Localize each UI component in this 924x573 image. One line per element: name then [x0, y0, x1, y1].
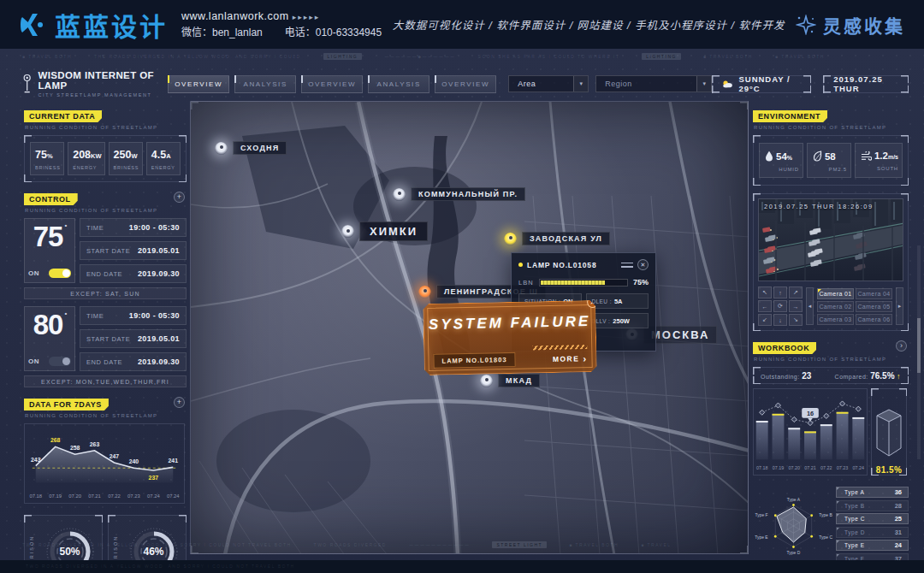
city-map[interactable]: СХОДНЯ КОММУНАЛЬНЫЙ ПР. ХИМКИ ЗАВОДСКАЯ … [190, 101, 749, 554]
lamp-pin-icon [393, 188, 406, 201]
map-pin-kommunalny[interactable]: КОММУНАЛЬНЫЙ ПР. [393, 187, 525, 201]
ptz-down-left-button[interactable]: ↙ [758, 314, 772, 326]
tab-overview-3[interactable]: OVERVIEW [435, 75, 496, 93]
camera-01-button[interactable]: Camera 01 [817, 288, 854, 299]
up-arrow-icon: ↑ [897, 372, 901, 381]
camera-video-feed[interactable]: 2019.07.25 THUR 18:26:09 [758, 198, 903, 281]
camera-controls: ↖ ↑ ↗ ← ⟳ → ↙ ↓ ↘ ◂ Camera 01 Camera 04 [758, 286, 903, 326]
tab-analysis-2[interactable]: ANALYSIS [368, 75, 429, 93]
footer-deco-text: TWO ROADS DIVERGED IN A YELLOW WOOD, AND… [26, 564, 295, 569]
type-row-b[interactable]: Type B28 [836, 500, 909, 511]
map-pin-skhodnya[interactable]: СХОДНЯ [215, 141, 287, 155]
workbook-more-button[interactable]: › [896, 340, 907, 351]
sparkle-star-icon [796, 15, 816, 35]
camera-02-button[interactable]: Camera 02 [817, 301, 854, 312]
lamp-pin-icon [418, 286, 431, 298]
svg-text:07.20: 07.20 [789, 465, 800, 470]
website-line[interactable]: www.lanlanwork.com ▸▸▸▸▸ [181, 9, 382, 25]
map-pin-zavodskaya[interactable]: ЗАВОДСКАЯ УЛ [504, 232, 610, 245]
ptz-up-left-button[interactable]: ↖ [758, 286, 772, 298]
close-icon[interactable] [637, 259, 649, 270]
status-dot-icon [518, 263, 523, 267]
camera-prev-button[interactable]: ◂ [806, 287, 814, 325]
current-data-panel: CURRENT DATA RUNNING CONDITION OF STREET… [24, 107, 187, 182]
lamp-pin-icon [504, 233, 517, 245]
vertical-scrollbar[interactable] [917, 245, 921, 459]
svg-text:07.18: 07.18 [756, 465, 767, 470]
dashboard: ■ TRAVEL BOTHTHE ROADS DIVERGED IN A YEL… [0, 49, 924, 560]
ptz-up-button[interactable]: ↑ [773, 286, 787, 298]
alert-title: SYSTEM FAILURE [424, 313, 595, 334]
lamp-pin-icon [341, 225, 354, 238]
ptz-down-button[interactable]: ↓ [773, 314, 787, 326]
left-sidebar: CURRENT DATA RUNNING CONDITION OF STREET… [24, 107, 187, 560]
start-date-row[interactable]: START DATE2019.05.01 [80, 241, 187, 260]
camera-05-button[interactable]: Camera 05 [856, 301, 892, 312]
lamp-pin-icon [215, 142, 228, 155]
streetlamp-icon [22, 73, 32, 95]
power-toggle[interactable] [49, 269, 71, 278]
start-date-row[interactable]: START DATE2019.05.01 [80, 329, 187, 348]
control-panel: CONTROL + RUNNING CONDITION OF STREETLAM… [24, 190, 187, 387]
panel-subtitle: RUNNING CONDITION OF STREETLAMP [754, 357, 909, 362]
type-row-a[interactable]: Type A36 [836, 487, 909, 498]
right-sidebar: ENVIRONMENT RUNNING CONDITION OF STREETL… [753, 107, 909, 560]
region-select[interactable]: Region [595, 75, 712, 92]
ptz-down-right-button[interactable]: ↘ [789, 314, 803, 326]
ptz-left-button[interactable]: ← [758, 300, 772, 312]
tab-overview-2[interactable]: OVERVIEW [301, 75, 363, 93]
end-date-row[interactable]: END DATE2019.09.30 [80, 352, 187, 371]
tab-analysis-1[interactable]: ANALYSIS [234, 75, 296, 93]
svg-text:16: 16 [807, 410, 814, 417]
decorative-text-top: ■ TRAVEL BOTHTHE ROADS DIVERGED IN A YEL… [22, 53, 902, 60]
map-pin-mkad[interactable]: МКАД [480, 374, 540, 387]
type-list: Type A36 Type B28 Type C25 Type D31 Type… [836, 483, 909, 560]
page-subtitle: CITY STREETLAMP MANAGEMENT [38, 92, 168, 97]
current-data-tag: CURRENT DATA [24, 110, 102, 122]
wind-icon [861, 151, 872, 161]
camera-03-button[interactable]: Camera 03 [817, 314, 854, 325]
power-toggle[interactable] [49, 357, 71, 366]
inspiration-collect[interactable]: 灵感收集 [796, 12, 905, 38]
more-button[interactable]: MORE [553, 353, 588, 364]
camera-panel: 2019.07.25 THUR 18:26:09 ↖ ↑ ↗ ← ⟳ → ↙ ↓… [753, 193, 909, 331]
add-schedule-button[interactable]: + [174, 192, 185, 203]
camera-06-button[interactable]: Camera 06 [856, 314, 892, 325]
end-date-row[interactable]: END DATE2019.09.30 [80, 264, 187, 283]
type-row-c[interactable]: Type C25 [836, 513, 909, 524]
brightness-value-box: 80 ON [24, 306, 75, 371]
type-radar-chart: Type AType BType CType DType EType F [753, 483, 834, 560]
ptz-up-right-button[interactable]: ↗ [789, 286, 803, 298]
workbook-gauge-value: 81.5% [876, 465, 902, 475]
svg-text:243: 243 [31, 457, 41, 463]
environment-panel: ENVIRONMENT RUNNING CONDITION OF STREETL… [753, 107, 909, 186]
ptz-refresh-button[interactable]: ⟳ [773, 300, 787, 312]
camera-next-button[interactable]: ▸ [896, 287, 903, 325]
lbn-progress-bar[interactable] [539, 279, 628, 286]
ptz-right-button[interactable]: → [789, 300, 803, 312]
chevron-down-icon [696, 76, 711, 92]
svg-text:Type E: Type E [755, 535, 768, 540]
map-pin-khimki[interactable]: ХИМКИ [341, 222, 428, 241]
camera-04-button[interactable]: Camera 04 [856, 288, 892, 299]
type-row-f[interactable]: Type F37 [836, 553, 909, 561]
weather-text: SUNNDAY / 29°C [738, 74, 801, 93]
tab-overview-1[interactable]: OVERVIEW [168, 75, 229, 93]
time-row[interactable]: TIME19:00 - 05:30 [80, 218, 187, 237]
brand-logo[interactable]: 蓝蓝设计 [19, 6, 168, 44]
svg-text:Type B: Type B [819, 513, 832, 517]
services-text: 大数据可视化设计 / 软件界面设计 / 网站建设 / 手机及小程序设计 / 软件… [382, 16, 796, 32]
humidity-drop-icon [765, 151, 773, 162]
cube-3d-icon [874, 406, 903, 463]
traffic-video-frame [759, 199, 903, 281]
sliders-icon[interactable] [621, 261, 633, 269]
contact-line: 微信：ben_lanlan电话：010-63334945 [181, 25, 382, 40]
expand-chart-button[interactable]: + [174, 397, 185, 408]
time-row[interactable]: TIME19:00 - 05:30 [80, 306, 187, 325]
area-select[interactable]: Area [508, 75, 589, 92]
lbn-value: 75% [633, 278, 649, 286]
lamp-id: LAMP NO.L01058 [527, 261, 617, 269]
type-row-d[interactable]: Type D31 [836, 527, 909, 538]
stat-card-briness: 75% BRINESS [30, 142, 64, 175]
lanlan-logo-icon [19, 12, 48, 38]
